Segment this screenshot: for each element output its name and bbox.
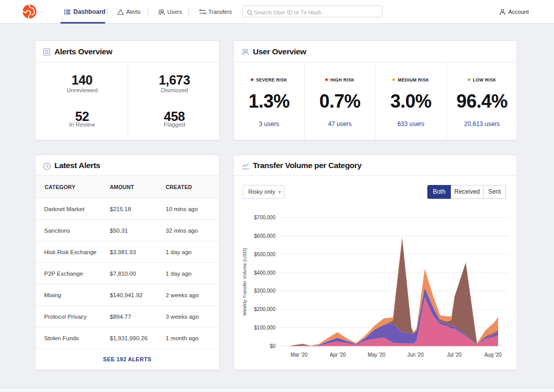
- svg-text:$300,000: $300,000: [254, 288, 275, 294]
- svg-text:$0: $0: [270, 343, 276, 349]
- svg-text:Jun '20: Jun '20: [407, 352, 424, 358]
- svg-text:May '20: May '20: [368, 352, 386, 358]
- svg-text:Jul '20: Jul '20: [447, 352, 462, 358]
- svg-text:$100,000: $100,000: [254, 325, 275, 331]
- svg-text:$700,000: $700,000: [254, 215, 275, 220]
- svg-text:$500,000: $500,000: [254, 252, 275, 257]
- svg-text:Weekly Transfer Volume (USD): Weekly Transfer Volume (USD): [242, 248, 247, 316]
- svg-text:Mar '20: Mar '20: [290, 352, 307, 358]
- svg-text:$400,000: $400,000: [254, 270, 275, 276]
- svg-text:$600,000: $600,000: [254, 233, 275, 239]
- svg-text:$200,000: $200,000: [254, 306, 275, 312]
- svg-text:Apr '20: Apr '20: [330, 352, 346, 358]
- svg-text:Aug '20: Aug '20: [484, 352, 502, 358]
